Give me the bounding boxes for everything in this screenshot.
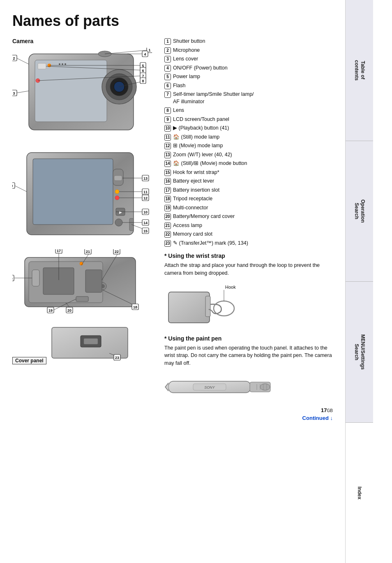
svg-point-114 <box>260 384 270 390</box>
part-item-17: 17 Battery insertion slot <box>164 187 337 194</box>
paint-pen-text: The paint pen is used when operating the… <box>164 344 337 367</box>
svg-text:SONY: SONY <box>204 385 215 389</box>
svg-point-107 <box>214 301 234 316</box>
svg-text:21: 21 <box>86 250 90 254</box>
part-num-6: 6 <box>164 83 171 89</box>
page-number-display: 17GB <box>321 407 333 413</box>
part-item-14: 14 🏠 (Still)/⊞ (Movie) mode button <box>164 160 337 167</box>
part-num-23: 23 <box>164 240 171 247</box>
svg-text:22: 22 <box>115 250 119 254</box>
page-title: Names of parts <box>12 12 337 30</box>
camera-back-diagram: ▶ 9 <box>12 148 156 243</box>
part-text-18: Tripod receptacle <box>173 195 212 203</box>
svg-point-11 <box>65 63 66 65</box>
paint-pen-svg: SONY <box>164 374 271 399</box>
svg-text:Hook: Hook <box>225 285 236 290</box>
svg-rect-104 <box>168 292 210 323</box>
svg-rect-105 <box>205 296 210 317</box>
svg-text:4: 4 <box>144 52 146 56</box>
svg-rect-1 <box>35 60 107 122</box>
part-num-18: 18 <box>164 196 171 202</box>
part-num-10: 10 <box>164 125 171 132</box>
svg-line-34 <box>16 91 29 93</box>
part-text-11: 🏠 (Still) mode lamp <box>173 134 219 141</box>
continued-text: Continued ↓ <box>302 415 333 421</box>
part-text-22: Memory card slot <box>173 231 212 238</box>
svg-point-9 <box>59 63 60 65</box>
wrist-strap-heading: * Using the wrist strap <box>164 253 337 259</box>
part-text-15: Hook for wrist strap* <box>173 169 219 176</box>
page-num: 17 <box>321 407 327 413</box>
svg-text:14: 14 <box>143 221 148 225</box>
part-text-2: Microphone <box>173 47 200 54</box>
part-num-14: 14 <box>164 160 171 167</box>
svg-text:18: 18 <box>133 305 137 309</box>
part-num-20: 20 <box>164 213 171 220</box>
svg-text:8: 8 <box>142 79 144 83</box>
part-text-10: ▶ (Playback) button (41) <box>173 125 229 132</box>
part-text-3: Lens cover <box>173 56 198 63</box>
sidebar-tab-operation-label: OperationSearch <box>353 199 366 223</box>
part-text-6: Flash <box>173 82 186 90</box>
svg-text:15: 15 <box>143 229 148 233</box>
part-item-18: 18 Tripod receptacle <box>164 195 337 203</box>
part-item-7: 7 Self-timer lamp/Smile Shutter lamp/AF … <box>164 91 337 105</box>
paint-pen-heading: * Using the paint pen <box>164 335 337 342</box>
svg-text:▶: ▶ <box>119 210 122 214</box>
svg-text:9: 9 <box>12 184 13 188</box>
part-item-15: 15 Hook for wrist strap* <box>164 169 337 176</box>
sidebar-tab-operation[interactable]: OperationSearch <box>346 141 373 282</box>
wrist-strap-text: Attach the strap and place your hand thr… <box>164 262 337 277</box>
part-num-5: 5 <box>164 74 171 80</box>
svg-rect-38 <box>33 159 113 225</box>
part-num-22: 22 <box>164 231 171 238</box>
right-sidebar: Table ofcontents OperationSearch MENU/Se… <box>345 0 373 563</box>
parts-list: 1 Shutter button 2 Microphone 3 Lens cov… <box>164 38 337 247</box>
part-item-6: 6 Flash <box>164 82 337 90</box>
part-text-8: Lens <box>173 107 184 114</box>
part-item-10: 10 ▶ (Playback) button (41) <box>164 125 337 132</box>
sidebar-tab-menu[interactable]: MENU/SettingsSearch <box>346 282 373 423</box>
part-num-11: 11 <box>164 134 171 141</box>
part-num-19: 19 <box>164 205 171 211</box>
svg-rect-70 <box>32 270 39 286</box>
camera-section-label: Camera <box>12 38 156 44</box>
svg-text:3: 3 <box>13 91 15 95</box>
svg-rect-100 <box>84 338 98 344</box>
cover-panel-section: Cover panel <box>12 321 156 365</box>
sidebar-tab-index[interactable]: Index <box>346 423 373 563</box>
svg-text:10: 10 <box>143 210 148 214</box>
svg-point-42 <box>115 196 119 200</box>
part-item-9: 9 LCD screen/Touch panel <box>164 116 337 123</box>
sidebar-tab-index-label: Index <box>356 487 363 499</box>
part-item-19: 19 Multi-connector <box>164 204 337 212</box>
svg-text:11: 11 <box>143 190 148 194</box>
part-num-8: 8 <box>164 107 171 114</box>
sidebar-tab-toc-label: Table ofcontents <box>353 60 366 81</box>
parts-list-section: 1 Shutter button 2 Microphone 3 Lens cov… <box>164 38 337 403</box>
sidebar-tab-menu-label: MENU/SettingsSearch <box>353 334 366 370</box>
part-item-3: 3 Lens cover <box>164 56 337 63</box>
part-num-4: 4 <box>164 65 171 72</box>
part-item-1: 1 Shutter button <box>164 38 337 45</box>
svg-text:16: 16 <box>12 276 13 280</box>
part-num-7: 7 <box>164 91 171 98</box>
part-item-8: 8 Lens <box>164 107 337 114</box>
svg-text:1: 1 <box>148 48 150 52</box>
camera-back-svg: ▶ 9 <box>12 148 152 243</box>
svg-text:2: 2 <box>13 56 15 60</box>
part-num-13: 13 <box>164 152 171 158</box>
part-num-9: 9 <box>164 116 171 123</box>
svg-text:13: 13 <box>143 176 148 181</box>
sidebar-tab-toc[interactable]: Table ofcontents <box>346 0 373 141</box>
part-num-16: 16 <box>164 178 171 185</box>
cover-panel-svg: 23 <box>48 321 138 362</box>
part-text-20: Battery/Memory card cover <box>173 213 235 220</box>
svg-rect-76 <box>85 270 102 292</box>
part-item-11: 11 🏠 (Still) mode lamp <box>164 134 337 141</box>
part-item-22: 22 Memory card slot <box>164 231 337 238</box>
svg-text:12: 12 <box>143 196 148 200</box>
part-text-9: LCD screen/Touch panel <box>173 116 229 123</box>
camera-bottom-svg: 16 17 18 19 <box>12 249 152 315</box>
camera-bottom-diagram: 16 17 18 19 <box>12 249 156 315</box>
